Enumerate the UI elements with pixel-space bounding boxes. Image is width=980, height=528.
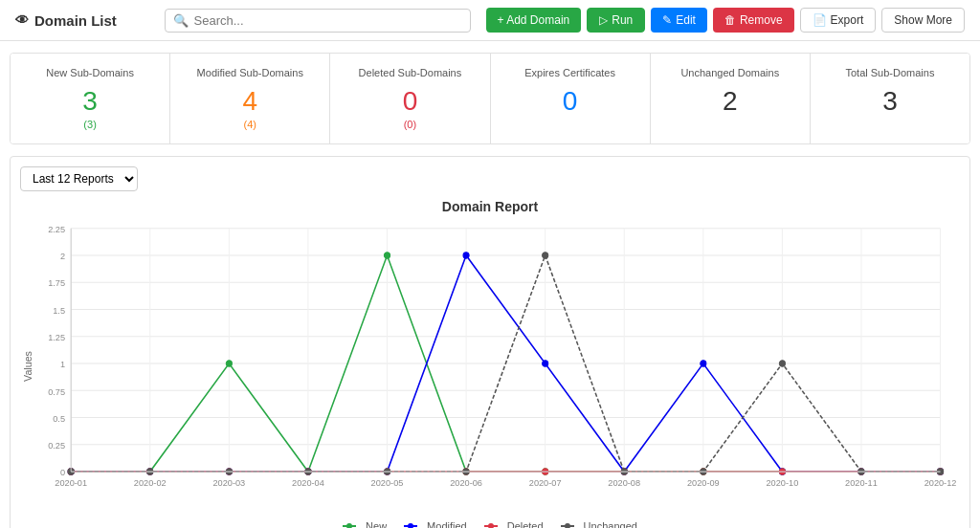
export-icon: 📄 bbox=[813, 13, 827, 27]
svg-text:1.5: 1.5 bbox=[53, 305, 65, 316]
stat-value: 3 bbox=[22, 86, 158, 117]
legend-label: Modified bbox=[427, 520, 467, 528]
remove-button[interactable]: 🗑 Remove bbox=[713, 8, 794, 33]
svg-point-96 bbox=[346, 523, 352, 528]
stat-value: 3 bbox=[822, 86, 958, 117]
svg-text:0: 0 bbox=[60, 467, 65, 477]
stat-label: Total Sub-Domains bbox=[822, 67, 958, 78]
eye-icon: 👁 bbox=[15, 12, 29, 28]
legend-item: Deleted bbox=[484, 520, 544, 528]
svg-text:Values: Values bbox=[23, 351, 33, 382]
legend-line-icon bbox=[561, 522, 580, 528]
svg-point-100 bbox=[488, 523, 494, 528]
trash-icon: 🗑 bbox=[724, 13, 736, 27]
svg-point-65 bbox=[701, 361, 706, 366]
header: 👁 Domain List 🔍 + Add Domain ▷ Run ✎ Edi… bbox=[0, 0, 980, 41]
stat-sub: (0) bbox=[342, 119, 478, 130]
edit-button[interactable]: ✎ Edit bbox=[651, 8, 707, 33]
chart-toolbar: Last 12 Reports bbox=[20, 166, 960, 191]
legend-line-icon bbox=[484, 522, 503, 528]
legend-line-icon bbox=[404, 522, 423, 528]
legend-label: New bbox=[366, 520, 387, 528]
legend-label: Unchanged bbox=[584, 520, 637, 528]
page-title: 👁 Domain List bbox=[15, 12, 117, 29]
show-more-button[interactable]: Show More bbox=[881, 8, 965, 33]
legend-item: Modified bbox=[404, 520, 467, 528]
stat-label: Unchanged Domains bbox=[662, 67, 798, 78]
stats-row: New Sub-Domains 3 (3) Modified Sub-Domai… bbox=[10, 53, 970, 144]
svg-text:2020-09: 2020-09 bbox=[687, 477, 720, 488]
stat-label: Expires Certificates bbox=[502, 67, 638, 78]
svg-text:2020-07: 2020-07 bbox=[529, 477, 562, 488]
svg-text:2020-08: 2020-08 bbox=[608, 477, 640, 488]
svg-point-90 bbox=[779, 361, 785, 366]
svg-point-49 bbox=[384, 253, 390, 258]
stat-sub: (3) bbox=[22, 119, 158, 130]
search-wrapper: 🔍 bbox=[165, 9, 471, 33]
svg-text:2020-10: 2020-10 bbox=[767, 477, 799, 488]
svg-text:0.75: 0.75 bbox=[48, 385, 65, 396]
legend-item: Unchanged bbox=[561, 520, 637, 528]
stat-label: New Sub-Domains bbox=[22, 67, 158, 78]
stat-value: 4 bbox=[182, 86, 318, 117]
svg-point-62 bbox=[463, 253, 469, 258]
run-button[interactable]: ▷ Run bbox=[587, 8, 645, 33]
play-icon: ▷ bbox=[599, 13, 608, 27]
stat-sub: (4) bbox=[182, 119, 318, 130]
svg-point-98 bbox=[408, 523, 413, 528]
stat-label: Modified Sub-Domains bbox=[182, 67, 318, 78]
svg-text:2020-11: 2020-11 bbox=[845, 477, 878, 488]
stat-card: Unchanged Domains 2 bbox=[651, 54, 811, 143]
stat-card: Total Sub-Domains 3 bbox=[811, 54, 969, 143]
legend-label: Deleted bbox=[507, 520, 544, 528]
svg-text:0.25: 0.25 bbox=[48, 440, 65, 451]
svg-text:1: 1 bbox=[60, 359, 65, 369]
stat-value: 0 bbox=[502, 86, 638, 117]
legend-line-icon bbox=[343, 522, 362, 528]
stat-value: 2 bbox=[662, 86, 798, 117]
chart-legend: New Modified Deleted Unchanged bbox=[20, 520, 960, 528]
chart-title: Domain Report bbox=[20, 199, 960, 214]
svg-text:2020-06: 2020-06 bbox=[450, 477, 482, 488]
svg-text:2020-12: 2020-12 bbox=[924, 477, 957, 488]
svg-text:2020-03: 2020-03 bbox=[212, 477, 245, 488]
svg-point-47 bbox=[226, 361, 232, 366]
stat-card: New Sub-Domains 3 (3) bbox=[11, 54, 170, 143]
stat-card: Modified Sub-Domains 4 (4) bbox=[170, 54, 330, 143]
svg-point-87 bbox=[543, 253, 548, 258]
svg-point-63 bbox=[543, 361, 548, 366]
stat-card: Expires Certificates 0 bbox=[491, 54, 651, 143]
svg-text:2020-01: 2020-01 bbox=[55, 477, 87, 488]
svg-text:2020-05: 2020-05 bbox=[371, 477, 404, 488]
export-button[interactable]: 📄 Export bbox=[800, 8, 877, 33]
stat-label: Deleted Sub-Domains bbox=[342, 67, 478, 78]
action-buttons: + Add Domain ▷ Run ✎ Edit 🗑 Remove 📄 Exp… bbox=[486, 8, 966, 33]
chart-area: Last 12 Reports Domain Report 00.250.50.… bbox=[10, 156, 970, 528]
svg-text:0.5: 0.5 bbox=[53, 413, 65, 424]
search-input[interactable] bbox=[194, 13, 462, 28]
search-icon: 🔍 bbox=[173, 13, 189, 28]
svg-text:2: 2 bbox=[60, 251, 65, 261]
svg-text:2020-04: 2020-04 bbox=[292, 477, 324, 488]
stat-value: 0 bbox=[342, 86, 478, 117]
edit-icon: ✎ bbox=[662, 13, 672, 27]
add-domain-button[interactable]: + Add Domain bbox=[486, 8, 582, 33]
svg-text:1.75: 1.75 bbox=[48, 277, 65, 288]
chart-svg: 00.250.50.7511.251.51.7522.252020-012020… bbox=[20, 218, 960, 515]
svg-text:2020-02: 2020-02 bbox=[134, 477, 167, 488]
svg-point-102 bbox=[565, 523, 570, 528]
legend-item: New bbox=[343, 520, 387, 528]
chart-container: 00.250.50.7511.251.51.7522.252020-012020… bbox=[20, 218, 960, 515]
stat-card: Deleted Sub-Domains 0 (0) bbox=[330, 54, 490, 143]
reports-select[interactable]: Last 12 Reports bbox=[20, 166, 138, 191]
svg-text:1.25: 1.25 bbox=[48, 332, 65, 342]
svg-text:2.25: 2.25 bbox=[48, 224, 65, 234]
